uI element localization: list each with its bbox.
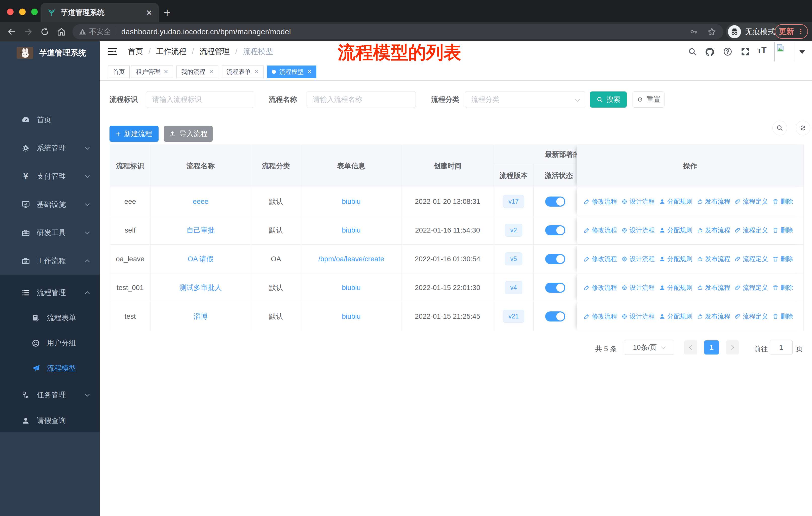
cell-form-link[interactable]: biubiu — [301, 302, 402, 331]
publish-process-link[interactable]: 发布流程 — [697, 283, 730, 292]
prev-page-button[interactable] — [684, 341, 697, 354]
create-process-button[interactable]: + 新建流程 — [110, 126, 158, 142]
sidebar-item-workflow[interactable]: 工作流程 — [0, 247, 100, 275]
cell-process-name-link[interactable]: 测试多审批人 — [150, 273, 251, 302]
reset-button[interactable]: 重置 — [633, 91, 665, 108]
tag-my-process[interactable]: 我的流程✕ — [176, 65, 218, 78]
modify-process-link[interactable]: 修改流程 — [583, 226, 617, 234]
sidebar-item-system[interactable]: 系统管理 — [0, 134, 100, 162]
sidebar-item-infrastructure[interactable]: 基础设施 — [0, 190, 100, 219]
import-process-button[interactable]: 导入流程 — [164, 126, 213, 142]
cell-process-name-link[interactable]: 自己审批 — [150, 216, 251, 244]
assign-rule-link[interactable]: 分配规则 — [659, 226, 692, 234]
cell-process-name-link[interactable]: eeee — [150, 187, 251, 216]
avatar[interactable] — [774, 42, 794, 63]
design-process-link[interactable]: 设计流程 — [621, 283, 655, 292]
close-icon[interactable]: ✕ — [307, 69, 312, 75]
home-icon[interactable] — [56, 27, 66, 37]
help-icon[interactable] — [723, 47, 732, 56]
assign-rule-link[interactable]: 分配规则 — [659, 197, 692, 206]
tab-close-icon[interactable]: ✕ — [146, 8, 152, 17]
delete-link[interactable]: 删除 — [772, 255, 793, 263]
next-page-button[interactable] — [726, 341, 739, 354]
breadcrumb-item[interactable]: 首页 — [128, 46, 143, 57]
process-name-input[interactable]: 请输入流程名称 — [307, 91, 416, 108]
cell-process-name-link[interactable]: OA 请假 — [150, 245, 251, 273]
url-text[interactable]: dashboard.yudao.iocoder.cn/bpm/manager/m… — [121, 27, 291, 36]
page-size-select[interactable]: 10条/页 — [624, 340, 674, 355]
publish-process-link[interactable]: 发布流程 — [697, 197, 730, 206]
sidebar-fold-icon[interactable] — [107, 46, 118, 56]
process-definition-link[interactable]: 流程定义 — [734, 283, 768, 292]
close-icon[interactable]: ✕ — [164, 69, 168, 75]
font-size-icon[interactable]: ᴛT — [757, 45, 766, 55]
delete-link[interactable]: 删除 — [772, 283, 793, 292]
close-icon[interactable]: ✕ — [209, 69, 213, 75]
active-toggle[interactable] — [545, 225, 565, 235]
design-process-link[interactable]: 设计流程 — [621, 255, 655, 263]
sidebar-item-process-form[interactable]: 流程表单 — [0, 305, 100, 331]
tag-tenant[interactable]: 租户管理✕ — [131, 65, 173, 78]
browser-update-button[interactable]: 更新 ⋮ — [775, 24, 808, 39]
browser-tab[interactable]: 芋道管理系统 ✕ — [40, 3, 159, 22]
delete-link[interactable]: 删除 — [772, 197, 793, 206]
window-close-button[interactable] — [7, 8, 13, 15]
cell-form-link[interactable]: biubiu — [301, 187, 402, 216]
modify-process-link[interactable]: 修改流程 — [583, 197, 617, 206]
publish-process-link[interactable]: 发布流程 — [697, 226, 730, 234]
fullscreen-icon[interactable] — [741, 47, 750, 56]
assign-rule-link[interactable]: 分配规则 — [659, 283, 692, 292]
bookmark-star-icon[interactable] — [707, 27, 716, 36]
table-refresh-button[interactable] — [795, 121, 810, 135]
key-icon[interactable] — [690, 27, 698, 36]
tag-process-form[interactable]: 流程表单✕ — [222, 65, 264, 78]
cell-form-link[interactable]: /bpm/oa/leave/create — [301, 245, 402, 273]
process-id-input[interactable]: 请输入流程标识 — [146, 91, 254, 108]
sidebar-item-process-management[interactable]: 流程管理 — [0, 280, 100, 305]
browser-menu-icon[interactable]: ⋮ — [798, 28, 804, 35]
active-toggle[interactable] — [545, 311, 565, 322]
back-icon[interactable] — [6, 27, 17, 37]
goto-page-input[interactable]: 1 — [770, 340, 793, 355]
cell-form-link[interactable]: biubiu — [301, 273, 402, 302]
address-bar[interactable]: 不安全 dashboard.yudao.iocoder.cn/bpm/manag… — [72, 24, 723, 39]
github-icon[interactable] — [705, 47, 715, 57]
reload-icon[interactable] — [40, 27, 50, 37]
breadcrumb-item[interactable]: 工作流程 — [156, 46, 186, 57]
process-category-select[interactable]: 流程分类 — [465, 91, 585, 108]
design-process-link[interactable]: 设计流程 — [621, 226, 655, 234]
active-toggle[interactable] — [545, 283, 565, 293]
tag-home[interactable]: 首页 — [108, 65, 129, 78]
process-definition-link[interactable]: 流程定义 — [734, 226, 768, 234]
sidebar-item-home[interactable]: 首页 — [0, 106, 100, 134]
avatar-caret-icon[interactable] — [800, 50, 805, 54]
design-process-link[interactable]: 设计流程 — [621, 197, 655, 206]
sidebar-item-devtools[interactable]: 研发工具 — [0, 219, 100, 247]
active-toggle[interactable] — [545, 196, 565, 207]
app-logo[interactable]: 芋道管理系统 — [0, 41, 100, 64]
process-definition-link[interactable]: 流程定义 — [734, 312, 768, 321]
sidebar-item-leave-query[interactable]: 请假查询 — [0, 408, 100, 433]
sidebar-item-task-management[interactable]: 任务管理 — [0, 382, 100, 408]
publish-process-link[interactable]: 发布流程 — [697, 255, 730, 263]
active-toggle[interactable] — [545, 254, 565, 264]
modify-process-link[interactable]: 修改流程 — [583, 255, 617, 263]
delete-link[interactable]: 删除 — [772, 226, 793, 234]
delete-link[interactable]: 删除 — [772, 312, 793, 321]
forward-icon[interactable] — [23, 27, 33, 37]
modify-process-link[interactable]: 修改流程 — [583, 283, 617, 292]
sidebar-item-process-model[interactable]: 流程模型 — [0, 356, 100, 381]
close-icon[interactable]: ✕ — [254, 69, 259, 75]
page-number-button[interactable]: 1 — [704, 341, 719, 354]
modify-process-link[interactable]: 修改流程 — [583, 312, 617, 321]
sidebar-item-user-group[interactable]: 用户分组 — [0, 331, 100, 356]
table-search-button[interactable] — [773, 121, 787, 135]
assign-rule-link[interactable]: 分配规则 — [659, 312, 692, 321]
window-minimize-button[interactable] — [19, 8, 26, 15]
design-process-link[interactable]: 设计流程 — [621, 312, 655, 321]
search-icon[interactable] — [688, 47, 697, 56]
security-label[interactable]: 不安全 — [89, 27, 111, 37]
breadcrumb-item[interactable]: 流程管理 — [200, 46, 230, 57]
process-definition-link[interactable]: 流程定义 — [734, 197, 768, 206]
cell-form-link[interactable]: biubiu — [301, 216, 402, 244]
